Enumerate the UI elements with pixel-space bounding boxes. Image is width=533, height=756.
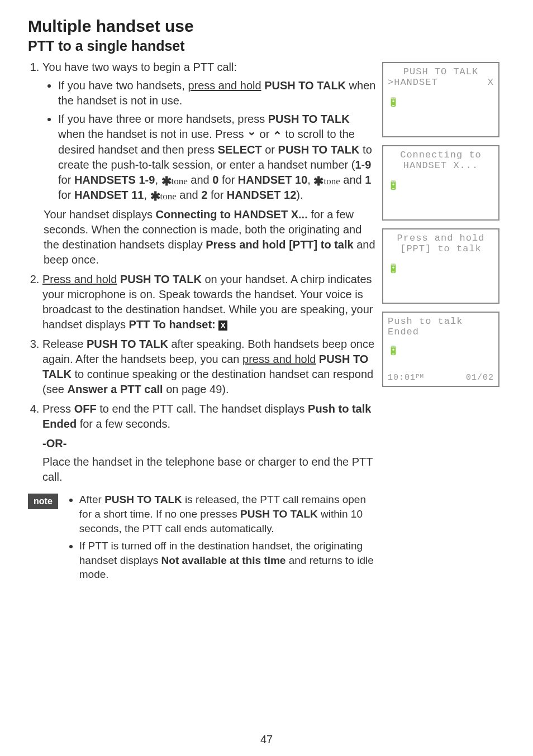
document-page: Multiple handset use PTT to a single han… [0, 0, 533, 756]
note-list: After PUSH TO TALK is released, the PTT … [67, 492, 377, 585]
lcd-line: [PPT] to talk [388, 243, 494, 254]
text-bold: 1 [365, 174, 371, 186]
text: for [58, 189, 74, 201]
lcd-line: Ended [388, 327, 494, 337]
text-bold: PUSH TO TALK [261, 79, 346, 92]
note-block: note After PUSH TO TALK is released, the… [28, 492, 377, 585]
step1-intro: You have two ways to begin a PTT call: [42, 61, 237, 73]
chevron-up-icon [273, 127, 282, 142]
text-bold: 2 [201, 189, 207, 201]
lcd-text: X [488, 77, 494, 88]
main-text-column: You have two ways to begin a PTT call: I… [28, 60, 377, 585]
text: when the handset is not in use. Press [58, 128, 247, 140]
text: Your handset displays [44, 208, 156, 221]
step1-followup: Your handset displays Connecting to HAND… [44, 207, 377, 267]
text-bold: Answer a PTT call [67, 383, 163, 395]
text: If you have two handsets, [58, 79, 188, 92]
text: , [155, 174, 161, 186]
text-bold: HANDSET 11 [74, 189, 144, 201]
star-tone-icon: ✱tone [150, 191, 177, 201]
text-bold: HANDSET 10 [238, 174, 307, 186]
text-bold: PUSH TO TALK [268, 113, 350, 125]
text: and [177, 189, 201, 201]
lcd-column: PUSH TO TALK >HANDSET X 🔋 Connecting to … [382, 60, 505, 395]
text-bold: PUSH TO TALK [240, 508, 318, 520]
text-bold: PUSH TO TALK [104, 494, 182, 505]
text-underline: press and hold [188, 79, 261, 92]
step1-sub-bullets: If you have two handsets, press and hold… [42, 78, 377, 203]
step-2: Press and hold PUSH TO TALK on your hand… [42, 272, 377, 332]
lcd-text: >HANDSET [388, 77, 438, 88]
note-badge: note [28, 494, 58, 509]
step-3: Release PUSH TO TALK after speaking. Bot… [42, 337, 377, 397]
text-bold: Press and hold [PTT] to talk [206, 238, 353, 251]
lcd-line: Press and hold [388, 233, 494, 243]
text: for [58, 174, 74, 186]
lcd-screen-4: Push to talk Ended 🔋 10:01PM 01/02 [382, 312, 499, 387]
lcd-line: HANDSET X... [388, 160, 494, 171]
lcd-screen-1: PUSH TO TALK >HANDSET X 🔋 [382, 62, 499, 137]
text-bold: PUSH TO TALK [87, 338, 168, 350]
boxed-x-icon: X [218, 320, 227, 331]
step-1: You have two ways to begin a PTT call: I… [42, 60, 377, 267]
step1-bullet-2: If you have three or more handsets, pres… [58, 112, 377, 203]
text: If you have three or more handsets, pres… [58, 113, 268, 125]
text: , [307, 174, 313, 186]
text-bold: SELECT [218, 143, 262, 156]
note-item-2: If PTT is turned off in the destination … [79, 539, 377, 582]
text-underline: press and hold [242, 353, 316, 365]
note-item-1: After PUSH TO TALK is released, the PTT … [79, 492, 377, 535]
text-bold: 1 [355, 159, 361, 171]
text-bold: 0 [212, 174, 218, 186]
lcd-time: 10:01PM [388, 373, 424, 382]
text: or [262, 143, 278, 156]
lcd-time-value: 10:01 [388, 373, 416, 382]
text-bold: HANDSETS 1-9 [74, 174, 155, 186]
text-bold: Not available at this time [161, 554, 286, 566]
step1-bullet-1: If you have two handsets, press and hold… [58, 78, 377, 108]
lcd-line: >HANDSET X [388, 77, 494, 88]
heading-1: Multiple handset use [28, 17, 505, 36]
text: for a few seconds. [77, 418, 170, 430]
text: for [207, 189, 226, 201]
heading-2: PTT to a single handset [28, 38, 505, 54]
step-4: Press OFF to end the PTT call. The hands… [42, 401, 377, 432]
text: and [188, 174, 212, 186]
battery-icon: 🔋 [388, 180, 399, 191]
text-bold: HANDSET 12 [227, 189, 296, 201]
chevron-down-icon [247, 127, 256, 142]
star-tone-icon: ✱tone [161, 176, 188, 186]
battery-icon: 🔋 [388, 263, 399, 274]
lcd-ampm: PM [416, 373, 424, 380]
lcd-line: Push to talk [388, 316, 494, 327]
tone-label: tone [172, 176, 188, 186]
text-bold: PUSH TO TALK [117, 273, 201, 285]
content-columns: You have two ways to begin a PTT call: I… [28, 60, 505, 585]
lcd-line: Connecting to [388, 150, 494, 160]
text: or [256, 128, 273, 140]
steps-list: You have two ways to begin a PTT call: I… [28, 60, 377, 432]
or-followup-text: Place the handset in the telephone base … [42, 454, 377, 485]
text: for [218, 174, 237, 186]
tone-label: tone [323, 176, 340, 186]
page-number: 47 [0, 733, 533, 746]
text: After [79, 494, 104, 505]
battery-icon: 🔋 [388, 97, 399, 108]
lcd-bottom-row: 10:01PM 01/02 [388, 373, 494, 382]
lcd-line: PUSH TO TALK [388, 66, 494, 77]
tone-label: tone [160, 191, 177, 202]
text: to end the PTT call. The handset display… [97, 403, 308, 415]
text: Press [42, 403, 74, 415]
text: , [144, 189, 150, 201]
star-tone-icon: ✱tone [313, 176, 340, 186]
text-bold: Connecting to HANDSET X... [156, 208, 308, 221]
text: and [340, 174, 365, 186]
text: on page 49). [163, 383, 229, 395]
text: ). [296, 189, 303, 201]
lcd-screen-3: Press and hold [PPT] to talk 🔋 [382, 228, 499, 304]
text-bold: PUSH TO TALK [278, 143, 360, 156]
text-bold: PTT To handset: [129, 318, 219, 331]
text-bold: OFF [74, 403, 97, 415]
lcd-screen-2: Connecting to HANDSET X... 🔋 [382, 145, 499, 221]
text-bold: 9 [365, 159, 371, 171]
